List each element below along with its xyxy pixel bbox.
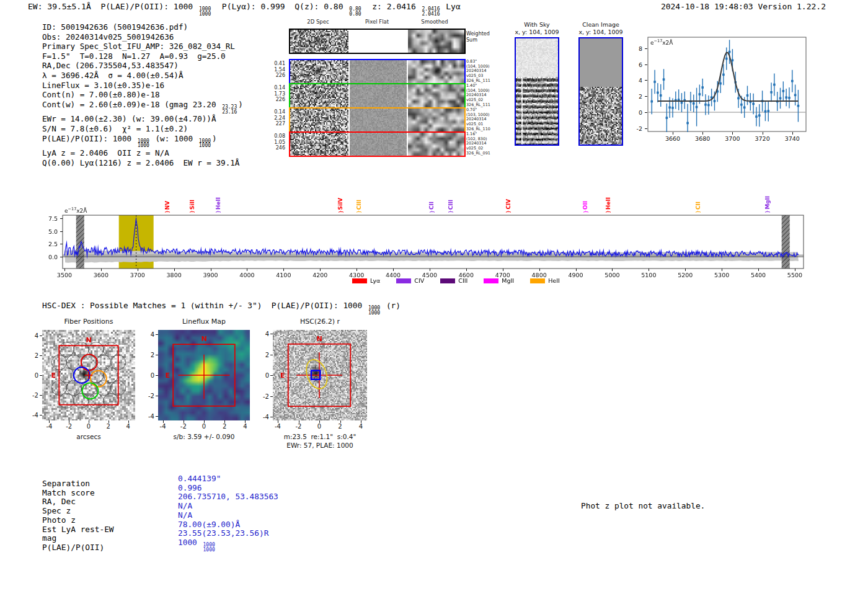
match-value-3: N/A <box>178 502 278 511</box>
emission-line-name: HeII <box>605 197 611 210</box>
fiber_positions-ytick-mark-2 <box>40 375 42 376</box>
main-xtick-10-mark <box>430 269 430 271</box>
emission-line-marker-nv-0: NV{ <box>163 201 172 214</box>
hsc_r-ytick-mark-2 <box>270 375 273 376</box>
main-xtick-11-mark <box>466 269 467 271</box>
match-label-4: Photo z <box>42 516 114 525</box>
main-xtick-3-mark <box>174 269 175 271</box>
fit-ytick-3: 2 <box>624 93 642 100</box>
clean-title: Clean Image <box>582 21 619 28</box>
main-xtick-18-mark <box>722 269 722 271</box>
hsc_r-xtick-mark-3 <box>340 420 341 423</box>
left-label-line: 226 <box>260 97 285 103</box>
spec2d-row-right-label-4: 1.16"(102, 830)20240314v025_02326_RL_091 <box>466 132 510 156</box>
main-xtick-8-mark <box>356 269 357 271</box>
lineflux_map-ytick-3: 2 <box>136 351 154 358</box>
lineflux_map-xtick-3: 2 <box>223 423 226 430</box>
emission-line-brace: { <box>606 210 610 213</box>
emission-line-marker-heii-9: HeII{ <box>604 197 613 214</box>
fiber_positions-xtick-mark-1 <box>69 420 69 423</box>
main-units-label: e−17x2Å <box>64 207 87 214</box>
fit-xtick-2: 3700 <box>725 135 740 142</box>
lineflux_map-ytick-mark-2 <box>156 375 158 376</box>
spec2d-row-right-label-1: 0.83"(104, 1009)20240314v025_03326_RL_11… <box>466 60 510 84</box>
clean-subtitle: x, y: 104, 1009 <box>578 29 622 35</box>
emission-line-brace: { <box>356 210 361 213</box>
emission-line-name: HeII <box>215 197 221 210</box>
main-ytick-2: 2.5 <box>39 241 58 247</box>
main-xtick-6-mark <box>283 269 284 271</box>
summary-header-fraction-bottom: 2.0416 <box>422 12 440 17</box>
info-line-10: S/N = 7.8(±0.6) χ² = 1.1(±0.2) <box>42 124 243 134</box>
catalog-match-header-fraction-bottom: 1000 <box>368 311 380 316</box>
left-label-line: 1.73 <box>260 91 285 97</box>
catalog-match-header-text: HSC-DEX : Possible Matches = 1 (within +… <box>42 301 367 310</box>
match-value-7-fraction: 10001000 <box>203 543 215 553</box>
main-ytick-0: 7.5 <box>39 215 58 221</box>
fit-xtick-3-mark <box>763 132 763 135</box>
match-value-7-text: 1000 <box>178 538 202 547</box>
fiber_positions-xtick-mark-0 <box>49 420 50 423</box>
info-line-10-text: S/N = 7.8(±0.6) χ² = 1.1(±0.2) <box>42 124 188 133</box>
emission-line-brace: { <box>449 210 453 213</box>
lineflux_map-ytick-1: -2 <box>136 393 154 399</box>
emission-line-marker-heii-2: HeII{ <box>214 197 223 214</box>
match-label-7: P(LAE)/P(OII) <box>42 543 114 553</box>
legend-item-1: CIV <box>396 277 424 284</box>
left-label-line: 227 <box>260 121 285 127</box>
fiber_positions-xtick-0: -4 <box>46 423 52 430</box>
emission-line-name: SiII <box>189 200 195 210</box>
match-value-0: 0.444139" <box>178 474 278 484</box>
info-line-11-text: ) <box>212 134 217 143</box>
info-line-8-text: Cont(w) = 2.60(±0.09)e-18 (gmag 23.20 <box>42 100 221 109</box>
lineflux_map-xtick-mark-1 <box>184 420 184 423</box>
info-line-6: LineFlux = 3.10(±0.35)e-16 <box>42 81 243 91</box>
emission-line-marker-cii-5: CII{ <box>427 202 436 214</box>
fit-ytick-1: 6 <box>624 61 642 68</box>
lineflux_map-xtick-4: 4 <box>243 423 247 430</box>
fiber_positions-ytick-4: 4 <box>20 332 38 339</box>
match-value-2: 206.735710, 53.483563 <box>178 492 278 502</box>
fit-xtick-1: 3680 <box>695 135 710 142</box>
match-table-values: 0.444139"0.996206.735710, 53.483563N/AN/… <box>178 474 278 553</box>
hsc_r-xtick-0: -4 <box>275 423 281 430</box>
main-units-label-suffix: x2Å <box>76 208 87 214</box>
right-label-line: 326_RL_091 <box>466 151 510 156</box>
montage-col-header-0: 2D Spec <box>307 19 329 25</box>
hsc_r-xtick-3: 2 <box>338 423 342 430</box>
summary-header-text: EW: 39.5±5.1Å P(LAE)/P(OII): 1000 <box>28 2 198 11</box>
fiber_positions-ytick-3: 2 <box>20 352 38 359</box>
info-line-8-fraction-bottom: 23.16 <box>222 110 237 115</box>
spec2d-row-0 <box>289 29 466 54</box>
fit-ytick-5: -2 <box>624 125 642 131</box>
hsc_r-ytick-mark-0 <box>270 417 273 417</box>
emission-line-brace: { <box>190 210 194 213</box>
fit-xtick-0-mark <box>673 132 673 135</box>
legend-label-0: Lyα <box>370 277 380 284</box>
emission-line-marker-civ-7: CIV{ <box>504 199 513 214</box>
emission-line-marker-oii-8: OII{ <box>581 201 590 214</box>
fiber_positions-ytick-mark-1 <box>40 395 42 396</box>
fit-ytick-3-mark <box>645 96 647 97</box>
match-value-6-text: 23.55(23.53,23.56)R <box>178 528 268 538</box>
hsc_r-ytick-mark-1 <box>270 396 273 397</box>
fiber_positions-xtick-3: 2 <box>107 423 110 430</box>
timestamp: 2024-10-18 19:48:03 <box>661 2 753 11</box>
spec2d-row-canvas-4 <box>290 133 464 156</box>
main-ytick-1: 5.0 <box>39 228 58 234</box>
emission-line-marker-ciii-4: CIII{ <box>355 200 363 214</box>
hsc_r-xtick-mark-4 <box>361 420 361 423</box>
photz-note: Phot z plot not available. <box>581 501 705 510</box>
fit-xtick-4-mark <box>792 132 793 135</box>
left-label-line: 1.05 <box>260 140 285 146</box>
fiber_positions-ytick-1: -2 <box>20 391 38 398</box>
spec2d-row-canvas-3 <box>290 109 464 131</box>
info-line-11-fraction-bottom: 1000 <box>138 143 149 148</box>
match-value-7-fraction-bottom: 1000 <box>203 548 215 553</box>
fiber_positions-ytick-0: -4 <box>20 411 38 418</box>
info-line-3-text: F=1.5" T=0.128 N=1.27 A=0.93 g=25.0 <box>42 51 226 61</box>
info-line-12-text: LyA z = 2.0406 OII z = N/A <box>42 148 169 158</box>
lineflux_map-xlabel: s/b: 3.59 +/- 0.090 <box>174 433 235 440</box>
summary-header-text: z: 2.0416 <box>363 2 421 11</box>
main-xtick-2: 3700 <box>130 272 145 278</box>
